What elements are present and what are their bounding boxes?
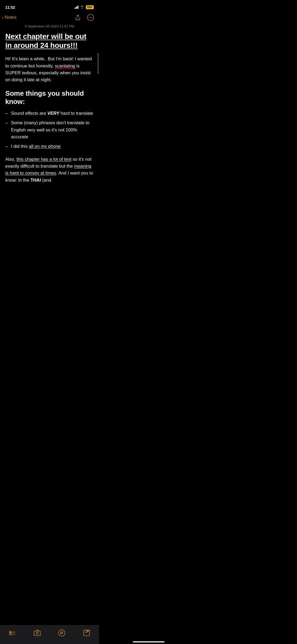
underline-meaning-text: meaning is hard to convey at times xyxy=(5,164,91,176)
bullet-dash: – xyxy=(5,143,8,150)
underline-text: all on my phone xyxy=(29,144,61,149)
share-button[interactable] xyxy=(74,13,82,22)
note-body-intro: Hi! It's been a while.. But I'm back! I … xyxy=(5,56,94,83)
bullet-text: I did this all on my phone xyxy=(11,143,94,150)
emphasis-text: VERY xyxy=(47,111,59,116)
list-item: – Sound effects are VERY hard to transla… xyxy=(5,110,94,117)
bullet-list: – Sound effects are VERY hard to transla… xyxy=(5,110,94,150)
svg-point-4 xyxy=(92,17,92,18)
scrollbar[interactable] xyxy=(98,53,98,74)
signal-icon xyxy=(74,6,78,9)
list-item: – I did this all on my phone xyxy=(5,143,94,150)
nav-bar: ‹ Notes xyxy=(0,12,99,24)
back-button[interactable]: ‹ Notes xyxy=(2,15,16,20)
back-chevron-icon: ‹ xyxy=(2,15,4,20)
wifi-icon xyxy=(80,5,84,9)
battery-indicator: 55% xyxy=(86,5,94,9)
section-heading: Some things you should know: xyxy=(5,89,94,106)
note-content: 9 September AD 2023 11:51 PM Next chapte… xyxy=(0,24,99,210)
nav-actions xyxy=(74,13,95,22)
bullet-dash: – xyxy=(5,119,8,140)
underline-chapter-text: this chapter has a lot of text xyxy=(17,157,72,162)
bullet-dash: – xyxy=(5,110,8,117)
status-time: 11:52 xyxy=(5,5,15,10)
bullet-text: Sound effects are VERY hard to translate xyxy=(11,110,94,117)
more-button[interactable] xyxy=(86,13,95,22)
svg-point-2 xyxy=(89,17,90,18)
status-bar: 11:52 55% xyxy=(0,0,99,12)
list-item: – Some (many) phrases don't translate to… xyxy=(5,119,94,140)
note-title: Next chapter will be out in around 24 ho… xyxy=(5,32,94,50)
note-date: 9 September AD 2023 11:51 PM xyxy=(5,24,94,28)
back-label: Notes xyxy=(5,15,16,20)
bullet-text: Some (many) phrases don't translate to E… xyxy=(11,119,94,140)
spellcheck-word: scanlating xyxy=(55,63,75,68)
status-icons: 55% xyxy=(74,5,94,9)
svg-point-3 xyxy=(90,17,91,18)
note-body-end: Also, this chapter has a lot of text so … xyxy=(5,156,94,184)
